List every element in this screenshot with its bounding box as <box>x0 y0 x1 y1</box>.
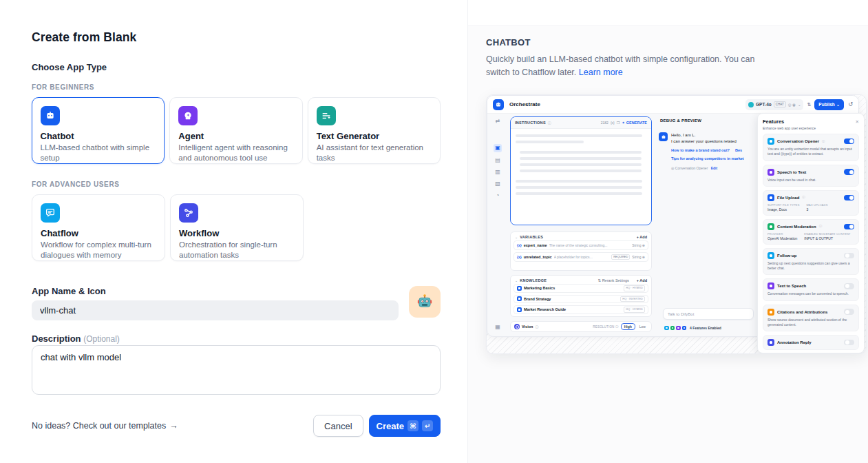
app-name-input[interactable] <box>32 300 399 320</box>
toggle <box>844 195 854 201</box>
grid-icon: ▦ <box>495 324 500 331</box>
card-title: Chatbot <box>41 131 156 141</box>
app-name-label: App Name & Icon <box>32 286 441 296</box>
beginner-cards-row: Chatbot LLM-based chatbot with simple se… <box>32 97 441 164</box>
skeleton-line <box>516 186 642 189</box>
templates-link[interactable]: No ideas? Check out our templates → <box>32 421 178 431</box>
model-selector: GPT-4o CHAT ◎ ◉ ⌄ <box>745 99 803 110</box>
dataset-icon <box>517 296 522 301</box>
edit-link: Edit <box>711 166 717 170</box>
feature-card-annotation-reply: Annotation Reply <box>763 335 859 350</box>
cancel-button[interactable]: Cancel <box>313 415 363 437</box>
feature-card-text-to-speech: Text to Speech Conversation messages can… <box>763 278 859 300</box>
info-icon: ⓘ <box>822 140 825 143</box>
app-type-preview-pane: CHATBOT Quickly build an LLM-based chatb… <box>467 0 868 463</box>
mini-app-title: Orchestrate <box>509 101 540 107</box>
info-icon: ⓘ <box>802 196 805 199</box>
index-mode-badge: HQ · HYBRID <box>624 307 645 313</box>
doc-icon: ▥ <box>495 169 500 176</box>
dataset-icon <box>517 307 522 312</box>
tune-icon: ⇅ <box>807 102 811 107</box>
variable-token-icon: {x} <box>517 243 522 247</box>
chevron-down-icon: ⌄ <box>798 103 801 107</box>
knowledge-row: Marketing Basics HQ · HYBRID <box>514 284 648 293</box>
info-icon: ⓘ <box>535 325 538 329</box>
bot-avatar <box>659 132 668 141</box>
choose-app-type-label: Choose App Type <box>32 62 441 72</box>
for-beginners-label: FOR BEGINNERS <box>32 83 441 91</box>
features-panel: Features ✕ Enhance web app user experien… <box>757 113 865 353</box>
image-icon: ▤ <box>495 157 500 164</box>
mini-topbar: Orchestrate GPT-4o CHAT ◎ ◉ ⌄ ⇅ Publish … <box>487 96 858 114</box>
swap-icon: ⇄ <box>496 118 500 125</box>
cmd-key-icon: ⌘ <box>407 420 419 431</box>
variable-row: {x} unrelated_topic A placeholder for to… <box>514 252 648 262</box>
app-type-card-chatflow[interactable]: Chatflow Workflow for complex multi-turn… <box>32 194 165 261</box>
feature-badge-icon <box>670 326 675 331</box>
arrow-right-icon: → <box>169 421 178 431</box>
skeleton-line <box>516 180 642 183</box>
app-type-card-workflow[interactable]: Workflow Orchestration for single-turn a… <box>170 194 304 261</box>
toggle <box>844 309 854 315</box>
features-enabled-label: 4 Features Enabled <box>690 326 721 330</box>
card-title: Workflow <box>179 228 295 238</box>
card-title: Text Generator <box>317 131 432 141</box>
greeting-line: Hello, I am L. <box>671 132 744 138</box>
vision-icon <box>514 324 520 329</box>
add-knowledge-button: + Add <box>637 278 647 282</box>
feature-badge-icon <box>682 326 687 331</box>
footer-buttons: Cancel Create ⌘ ↵ <box>313 415 441 437</box>
feature-card-file-upload: File Upload ⓘ SUPPORT FILE TYPESImage, D… <box>763 190 859 216</box>
toggle <box>844 283 854 289</box>
robot-emoji-icon <box>416 293 434 311</box>
add-variable-button: + Add <box>637 235 647 239</box>
feature-badge-icon <box>664 326 669 331</box>
variable-token-icon: {x} <box>517 255 522 259</box>
conversation-opener-row: ◎ Conversation Opener Edit <box>671 166 744 172</box>
info-icon: ⓘ <box>548 121 551 125</box>
app-type-card-text-generator[interactable]: Text Generator AI assistant for text gen… <box>308 97 441 164</box>
app-type-card-chatbot[interactable]: Chatbot LLM-based chatbot with simple se… <box>32 97 165 164</box>
app-type-card-agent[interactable]: Agent Intelligent agent with reasoning a… <box>169 97 302 164</box>
create-from-blank-pane: Create from Blank Choose App Type FOR BE… <box>0 0 467 463</box>
variables-token-icon: {x} <box>611 121 615 125</box>
text-to-speech-icon <box>768 282 774 289</box>
advanced-cards-row: Chatflow Workflow for complex multi-turn… <box>32 194 441 261</box>
suggested-question: Tips for analyzing competitors in market <box>671 156 744 163</box>
note-icon: ▧ <box>495 181 500 187</box>
feature-card-conversation-opener: Conversation Opener ⓘ You are an entity … <box>763 134 859 161</box>
index-mode-badge: HQ · HYBRID <box>624 285 645 291</box>
agent-icon <box>178 106 198 125</box>
skeleton-line <box>516 192 642 195</box>
preview-description: Quickly build an LLM-based chatbot with … <box>486 53 771 80</box>
feature-badge-icon <box>676 326 681 331</box>
text-generator-icon <box>317 106 336 125</box>
knowledge-panel: ⌄ KNOWLEDGE ⇅ Rerank Settings + Add Mark… <box>510 275 652 317</box>
card-desc: Workflow for complex multi-turn dialogue… <box>41 240 156 260</box>
create-app-modal: Create from Blank Choose App Type FOR BE… <box>0 0 868 463</box>
app-icon-picker[interactable] <box>409 286 441 318</box>
file-upload-icon <box>768 194 774 201</box>
skeleton-line <box>516 134 642 137</box>
skeleton-line <box>520 157 642 160</box>
model-mode-badge: CHAT <box>774 101 786 107</box>
skeleton-line <box>520 151 642 154</box>
workflow-icon <box>179 203 198 223</box>
model-settings-icon: ◎ ◉ <box>788 103 796 107</box>
content-moderation-icon <box>768 223 774 230</box>
description-textarea[interactable]: chat with vllm model <box>32 345 441 395</box>
bot-message: Hello, I am L. I can answer your questio… <box>659 132 755 172</box>
toggle <box>844 224 854 230</box>
required-badge: REQUIRED <box>611 254 630 260</box>
modal-footer: No ideas? Check out our templates → Canc… <box>32 415 441 437</box>
learn-more-link[interactable]: Learn more <box>579 68 623 77</box>
generate-button: ✦ GENERATE <box>622 121 647 125</box>
variables-panel: ⌄ VARIABLES + Add {x} expert_name The na… <box>510 232 652 271</box>
close-icon: ✕ <box>856 119 859 125</box>
create-button[interactable]: Create ⌘ ↵ <box>369 415 441 437</box>
chevron-down-icon: ⌄ <box>836 102 840 107</box>
toggle <box>844 138 854 145</box>
chatflow-icon <box>41 203 60 223</box>
dataset-icon <box>517 286 522 291</box>
opener-icon: ◎ <box>671 166 674 170</box>
